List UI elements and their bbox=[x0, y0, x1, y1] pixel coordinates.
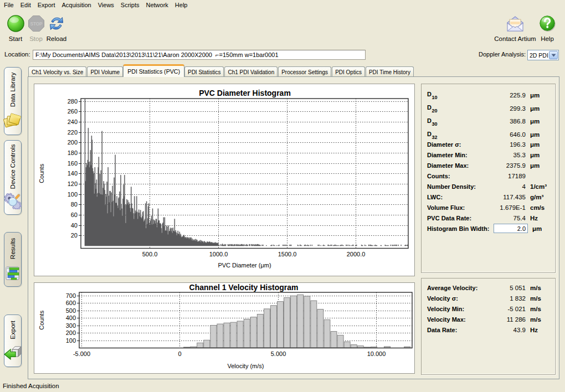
start-button[interactable]: Start bbox=[3, 13, 28, 45]
pvc-statistics-panel: D10225.9μmD20299.3μmD30386.8μmD32646.0μm… bbox=[421, 84, 556, 273]
start-label: Start bbox=[9, 35, 22, 42]
stat-label: Data Rate: bbox=[427, 327, 494, 333]
menu-help[interactable]: Help bbox=[172, 0, 191, 11]
stat-value: 1.679E-1 bbox=[494, 204, 526, 211]
svg-text:280: 280 bbox=[68, 98, 78, 105]
toolbar: Start STOP Stop bbox=[0, 13, 565, 45]
stat-label: Counts: bbox=[427, 173, 494, 179]
start-icon bbox=[7, 13, 25, 34]
pvc-diameter-histogram-chart: 2040608010012014016018020022024026028050… bbox=[34, 84, 415, 276]
tab-processor-settings[interactable]: Processor Settings bbox=[278, 66, 331, 77]
stat-unit: Hz bbox=[530, 215, 538, 221]
stat-value: -5 021 bbox=[494, 306, 526, 312]
reload-button[interactable]: Reload bbox=[45, 13, 68, 45]
contact-artium-button[interactable]: Contact Artium bbox=[491, 13, 539, 45]
sidebar-tab-results[interactable]: Results bbox=[4, 232, 22, 287]
location-row: Location: Doppler Analysis: 2D PDI bbox=[0, 49, 565, 61]
stat-value: 35.3 bbox=[494, 152, 526, 158]
help-button[interactable]: Help bbox=[535, 13, 559, 45]
aims-application-window: FileEditExportAcquisitionViewsScriptsNet… bbox=[0, 0, 565, 392]
svg-text:10.000: 10.000 bbox=[367, 350, 386, 357]
menu-scripts[interactable]: Scripts bbox=[117, 0, 143, 11]
tab-pdi-time-history[interactable]: PDI Time History bbox=[366, 66, 414, 77]
help-icon bbox=[539, 13, 556, 34]
stat-value: 299.3 bbox=[494, 105, 526, 112]
velocity-histogram-chart: 100200300400500600700-5.00005.00010.000C… bbox=[34, 283, 415, 373]
svg-text:120: 120 bbox=[68, 180, 78, 187]
sidebar-tab-label: Results bbox=[9, 238, 16, 259]
menu-edit[interactable]: Edit bbox=[17, 0, 34, 11]
doppler-analysis-combobox[interactable]: 2D PDI bbox=[527, 50, 559, 60]
stop-icon: STOP bbox=[28, 13, 45, 34]
stat-value: 5 051 bbox=[494, 285, 526, 291]
stat-value: 75.4 bbox=[494, 215, 526, 221]
tab-ch1-pdi-validation[interactable]: Ch1 PDI Validation bbox=[224, 66, 278, 77]
help-label: Help bbox=[541, 35, 554, 42]
stat-label: D30 bbox=[427, 117, 494, 126]
menu-acquisition[interactable]: Acquisition bbox=[59, 0, 95, 11]
stat-label: Number Density: bbox=[427, 183, 494, 190]
pvc-stat-row: PVC Data Rate:75.4Hz bbox=[422, 213, 555, 223]
status-bar: Finished Acquisition bbox=[0, 380, 565, 392]
stat-unit: m/s bbox=[530, 316, 541, 323]
sidebar-tab-device-controls[interactable]: Device Controls bbox=[4, 140, 22, 215]
tab-strip: Ch1 Velocity vs. SizePDI VolumePDI Stati… bbox=[28, 64, 414, 77]
combo-dropdown-arrow-icon[interactable] bbox=[549, 51, 558, 59]
svg-text:260: 260 bbox=[68, 108, 78, 115]
stat-label: Velocity Min: bbox=[427, 306, 494, 312]
menu-views[interactable]: Views bbox=[95, 0, 117, 11]
svg-text:700: 700 bbox=[66, 292, 76, 299]
doppler-analysis-label: Doppler Analysis: bbox=[479, 51, 526, 58]
svg-text:5.000: 5.000 bbox=[271, 350, 286, 357]
location-label: Location: bbox=[4, 51, 30, 58]
pvc-stat-row: D10225.9μm bbox=[422, 89, 555, 102]
location-input[interactable] bbox=[33, 50, 366, 60]
stat-unit: cm/s bbox=[530, 204, 545, 211]
svg-text:200: 200 bbox=[68, 139, 78, 146]
stat-label: Diameter Max: bbox=[427, 162, 494, 169]
tab-pdi-statistics-pvc-[interactable]: PDI Statistics (PVC) bbox=[123, 64, 184, 77]
tab-ch1-velocity-vs-size[interactable]: Ch1 Velocity vs. Size bbox=[28, 66, 86, 77]
pvc-stat-row: Counts:17189 bbox=[422, 171, 555, 181]
reload-label: Reload bbox=[47, 35, 66, 42]
tab-pdi-statistics[interactable]: PDI Statistics bbox=[184, 66, 224, 77]
sidebar-tab-export[interactable]: Export bbox=[4, 314, 22, 367]
svg-text:60: 60 bbox=[71, 212, 78, 218]
sidebar-tab-data-library[interactable]: Data Library bbox=[4, 67, 22, 135]
menu-file[interactable]: File bbox=[1, 0, 17, 11]
stat-value: 4 bbox=[494, 183, 526, 190]
svg-text:0: 0 bbox=[178, 350, 181, 357]
stat-unit: μm bbox=[530, 141, 540, 148]
svg-text:1000.0: 1000.0 bbox=[209, 251, 228, 257]
svg-text:80: 80 bbox=[71, 201, 78, 208]
stat-unit: m/s bbox=[530, 306, 541, 312]
stat-unit: μm bbox=[530, 105, 540, 112]
pvc-stat-row: Number Density:41/cm³ bbox=[422, 181, 555, 192]
velocity-stat-row: Average Velocity:5 051m/s bbox=[422, 282, 555, 293]
sidebar-tab-label: Data Library bbox=[9, 73, 16, 107]
svg-text:160: 160 bbox=[68, 160, 78, 167]
menu-export[interactable]: Export bbox=[34, 0, 59, 11]
svg-text:600: 600 bbox=[66, 300, 76, 306]
velocity-stat-row: Data Rate:43.9Hz bbox=[422, 324, 555, 335]
pvc-diameter-histogram-panel: 2040608010012014016018020022024026028050… bbox=[34, 84, 415, 276]
menu-network[interactable]: Network bbox=[142, 0, 171, 11]
stat-label: Velocity Max: bbox=[427, 316, 494, 323]
tab-pdi-volume[interactable]: PDI Volume bbox=[87, 66, 123, 77]
svg-text:Counts: Counts bbox=[38, 310, 45, 329]
doppler-analysis-value: 2D PDI bbox=[528, 52, 549, 59]
svg-text:400: 400 bbox=[66, 314, 76, 321]
tab-pdi-optics[interactable]: PDI Optics bbox=[332, 66, 365, 77]
stop-label: Stop bbox=[29, 35, 43, 42]
stat-value: 2375.9 bbox=[494, 162, 526, 169]
histogram-bin-width-input[interactable] bbox=[494, 224, 528, 233]
svg-text:180: 180 bbox=[68, 149, 78, 156]
svg-text:-5.000: -5.000 bbox=[73, 350, 90, 357]
svg-text:240: 240 bbox=[68, 118, 78, 125]
svg-text:140: 140 bbox=[68, 170, 78, 177]
svg-text:1500.0: 1500.0 bbox=[278, 251, 297, 257]
pvc-stat-row: Diameter Max:2375.9μm bbox=[422, 160, 555, 171]
svg-text:300: 300 bbox=[66, 322, 76, 329]
stat-label: Histogram Bin Width: bbox=[427, 225, 494, 232]
stat-label: Average Velocity: bbox=[427, 285, 494, 291]
